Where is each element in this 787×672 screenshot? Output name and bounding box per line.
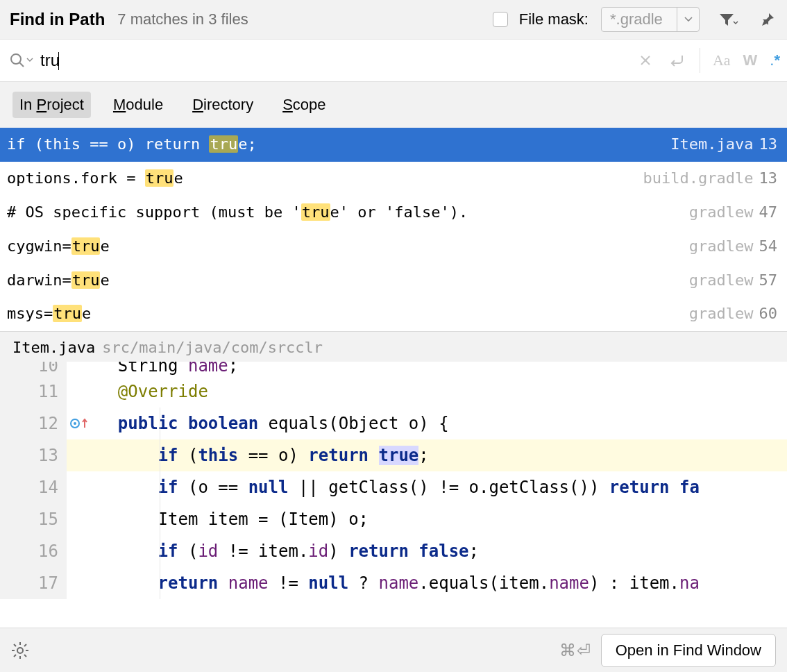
code-line: 10 String name; <box>0 362 787 376</box>
result-row[interactable]: cygwin=truegradlew54 <box>0 230 787 264</box>
svg-line-14 <box>24 644 26 646</box>
filemask-label: File mask: <box>519 10 589 28</box>
code-content: String name; <box>67 362 787 376</box>
filemask-value: *.gradle <box>602 10 677 28</box>
preview-header: Item.java src/main/java/com/srcclr <box>0 331 787 362</box>
match-case-toggle[interactable]: Aa <box>713 51 731 69</box>
newline-icon[interactable] <box>668 51 687 70</box>
svg-point-7 <box>17 648 23 653</box>
svg-line-12 <box>14 644 16 646</box>
code-content: if (id != item.id) return false; <box>67 535 787 567</box>
search-icon <box>10 53 25 68</box>
code-content: Item item = (Item) o; <box>67 503 787 535</box>
line-number: 13 <box>0 439 67 471</box>
line-number: 16 <box>0 535 67 567</box>
filter-icon[interactable] <box>719 10 738 29</box>
scope-tab[interactable]: Module <box>106 92 170 118</box>
line-number: 15 <box>0 503 67 535</box>
settings-gear-icon[interactable] <box>11 641 29 660</box>
result-code: options.fork = true <box>7 167 183 190</box>
result-row[interactable]: options.fork = truebuild.gradle13 <box>0 162 787 196</box>
code-content: return name != null ? name.equals(item.n… <box>67 567 787 599</box>
svg-line-13 <box>24 655 26 657</box>
line-number: 17 <box>0 567 67 599</box>
dialog-title: Find in Path <box>10 10 105 29</box>
result-code: darwin=true <box>7 269 110 292</box>
search-bar: tru Aa W .* <box>0 39 787 82</box>
match-summary: 7 matches in 3 files <box>117 10 248 28</box>
code-content: public boolean equals(Object o) { <box>67 408 787 439</box>
preview-filename: Item.java <box>12 339 95 356</box>
chevron-down-icon <box>684 17 693 22</box>
svg-point-0 <box>11 54 21 64</box>
separator <box>700 48 700 73</box>
open-in-find-window-button[interactable]: Open in Find Window <box>601 634 776 667</box>
results-list: if (this == o) return true;Item.java13op… <box>0 128 787 331</box>
search-history-dropdown-icon[interactable] <box>26 58 33 63</box>
pin-icon[interactable] <box>758 10 777 29</box>
code-content: if (this == o) return true; <box>67 439 787 471</box>
search-input[interactable]: tru <box>33 51 636 71</box>
line-number: 11 <box>0 376 67 408</box>
code-line: 16 if (id != item.id) return false; <box>0 535 787 567</box>
header-bar: Find in Path 7 matches in 3 files File m… <box>0 0 787 39</box>
svg-line-15 <box>14 655 16 657</box>
line-number: 14 <box>0 471 67 503</box>
code-content: @Override <box>67 376 787 408</box>
whole-words-toggle[interactable]: W <box>743 51 758 69</box>
result-location: Item.java13 <box>670 133 777 156</box>
scope-tab[interactable]: Scope <box>276 92 332 118</box>
line-number: 10 <box>0 362 67 376</box>
preview-filepath: src/main/java/com/srcclr <box>102 339 323 356</box>
clear-search-icon[interactable] <box>636 51 655 70</box>
find-in-path-dialog: Find in Path 7 matches in 3 files File m… <box>0 0 787 672</box>
result-code: # OS specific support (must be 'true' or… <box>7 201 468 224</box>
result-location: gradlew54 <box>689 235 777 258</box>
shortcut-hint: ⌘⏎ <box>559 641 591 660</box>
result-row[interactable]: # OS specific support (must be 'true' or… <box>0 196 787 230</box>
result-row[interactable]: darwin=truegradlew57 <box>0 264 787 298</box>
footer-bar: ⌘⏎ Open in Find Window <box>0 628 787 672</box>
filemask-checkbox[interactable] <box>493 12 508 27</box>
result-code: if (this == o) return true; <box>7 133 257 156</box>
code-line: 12 public boolean equals(Object o) { <box>0 408 787 439</box>
result-location: gradlew57 <box>689 269 777 292</box>
svg-line-1 <box>19 62 24 67</box>
code-line: 17 return name != null ? name.equals(ite… <box>0 567 787 599</box>
filemask-dropdown-button[interactable] <box>677 8 699 31</box>
result-row[interactable]: msys=truegradlew60 <box>0 297 787 331</box>
line-number: 12 <box>0 408 67 439</box>
regex-toggle[interactable]: .* <box>770 51 780 69</box>
result-location: gradlew47 <box>689 201 777 224</box>
result-row[interactable]: if (this == o) return true;Item.java13 <box>0 128 787 162</box>
code-line: 15 Item item = (Item) o; <box>0 503 787 535</box>
code-line: 13 if (this == o) return true; <box>0 439 787 471</box>
code-content: if (o == null || getClass() != o.getClas… <box>67 471 787 503</box>
result-location: build.gradle13 <box>643 167 777 190</box>
code-preview[interactable]: 10 String name;11 @Override12 public boo… <box>0 362 787 628</box>
scope-tab[interactable]: Directory <box>185 92 260 118</box>
result-code: cygwin=true <box>7 235 110 258</box>
scope-tab[interactable]: In Project <box>12 92 91 118</box>
result-code: msys=true <box>7 303 91 325</box>
scope-tabs: In ProjectModuleDirectoryScope <box>0 82 787 128</box>
code-line: 14 if (o == null || getClass() != o.getC… <box>0 471 787 503</box>
filemask-combo[interactable]: *.gradle <box>601 7 700 32</box>
result-location: gradlew60 <box>689 303 777 325</box>
code-line: 11 @Override <box>0 376 787 408</box>
